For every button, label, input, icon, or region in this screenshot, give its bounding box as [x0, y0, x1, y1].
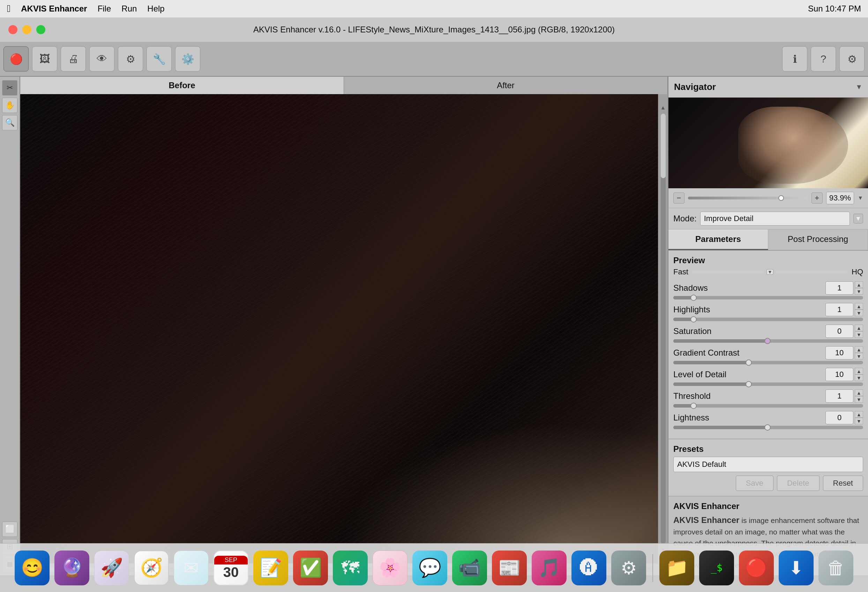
toolbar-view-btn[interactable]: 👁 — [89, 46, 114, 71]
threshold-down[interactable]: ▼ — [855, 396, 863, 403]
mode-dropdown-arrow[interactable]: ▼ — [853, 214, 863, 224]
vscroll-track[interactable] — [661, 113, 666, 544]
lightness-value[interactable]: 0 — [825, 411, 853, 424]
highlights-down[interactable]: ▼ — [855, 309, 863, 316]
lightness-thumb[interactable] — [765, 424, 771, 431]
shadows-thumb[interactable] — [691, 295, 697, 301]
vscroll-thumb[interactable] — [661, 113, 666, 178]
level-of-detail-value[interactable]: 10 — [825, 368, 853, 381]
toolbar-info-btn[interactable]: ℹ — [782, 46, 807, 71]
delete-preset-button[interactable]: Delete — [777, 476, 819, 491]
dock-terminal[interactable]: _$ — [699, 551, 734, 585]
presets-select[interactable]: AKVIS Default — [673, 457, 863, 472]
lightness-slider[interactable] — [673, 426, 863, 429]
gradient-contrast-value[interactable]: 10 — [825, 346, 853, 359]
toolbar-print-btn[interactable]: 🖨 — [61, 46, 86, 71]
dock-maps[interactable]: 🗺 — [333, 551, 368, 585]
dock-mail[interactable]: ✉ — [174, 551, 209, 585]
gradient-contrast-up[interactable]: ▲ — [855, 346, 863, 353]
saturation-slider[interactable] — [673, 339, 863, 343]
dock-akvis[interactable]: 🔴 — [739, 551, 774, 585]
zoom-select[interactable]: 93.9% — [826, 192, 854, 204]
toolbar-enhancer-icon[interactable]: 🔴 — [3, 46, 29, 71]
gradient-contrast-slider[interactable] — [673, 361, 863, 364]
dock-sysprefs[interactable]: ⚙ — [611, 551, 646, 585]
zoom-plus-button[interactable]: + — [812, 193, 823, 203]
save-preset-button[interactable]: Save — [736, 476, 774, 491]
dock-calendar[interactable]: SEP30 — [214, 551, 248, 585]
lightness-down[interactable]: ▼ — [855, 418, 863, 424]
saturation-value[interactable]: 0 — [825, 325, 853, 338]
run-menu[interactable]: Run — [121, 4, 137, 13]
dock-finder[interactable]: 😊 — [15, 551, 50, 585]
dock-messages[interactable]: 💬 — [412, 551, 447, 585]
zoom-tool[interactable]: 🔍 — [2, 115, 18, 130]
dock-reminders[interactable]: ✅ — [293, 551, 328, 585]
saturation-down[interactable]: ▼ — [855, 331, 863, 338]
threshold-slider[interactable] — [673, 404, 863, 408]
zoom-slider-thumb[interactable] — [778, 195, 784, 201]
toolbar-help-btn[interactable]: ? — [811, 46, 836, 71]
dock-downloads[interactable]: ⬇ — [779, 551, 813, 585]
dock-music[interactable]: 🎵 — [532, 551, 567, 585]
gradient-contrast-thumb[interactable] — [745, 359, 752, 366]
threshold-thumb[interactable] — [691, 403, 697, 409]
dock-notes[interactable]: 📝 — [253, 551, 288, 585]
zoom-dropdown-arrow[interactable]: ▼ — [858, 195, 863, 201]
scroll-up-arrow[interactable]: ▲ — [660, 105, 666, 111]
highlights-up[interactable]: ▲ — [855, 303, 863, 309]
saturation-thumb[interactable] — [765, 338, 771, 344]
shadows-slider[interactable] — [673, 296, 863, 299]
file-menu[interactable]: File — [98, 4, 111, 13]
toolbar-prefs-btn[interactable]: ⚙ — [839, 46, 865, 71]
dock-folder[interactable]: 📁 — [659, 551, 694, 585]
toolbar-open-btn[interactable]: 🖼 — [32, 46, 57, 71]
tab-post-processing[interactable]: Post Processing — [768, 230, 868, 250]
highlights-slider[interactable] — [673, 318, 863, 321]
apple-menu[interactable]:  — [7, 3, 10, 14]
crop-tool[interactable]: ✂ — [2, 80, 18, 96]
saturation-up[interactable]: ▲ — [855, 325, 863, 331]
level-of-detail-up[interactable]: ▲ — [855, 368, 863, 374]
minimize-button[interactable] — [22, 25, 31, 34]
level-of-detail-slider[interactable] — [673, 383, 863, 386]
help-menu[interactable]: Help — [147, 4, 164, 13]
tab-parameters[interactable]: Parameters — [669, 230, 768, 250]
highlights-value[interactable]: 1 — [825, 303, 853, 316]
maximize-button[interactable] — [36, 25, 45, 34]
highlights-fill — [673, 318, 692, 321]
gradient-contrast-down[interactable]: ▼ — [855, 353, 863, 359]
mode-select[interactable]: Improve Detail — [700, 212, 850, 225]
bottom-tool-1[interactable]: ⬜ — [2, 521, 18, 537]
dock-photos[interactable]: 🌸 — [373, 551, 407, 585]
close-button[interactable] — [8, 25, 18, 34]
shadows-down[interactable]: ▼ — [855, 288, 863, 295]
toolbar-settings2-btn[interactable]: 🔧 — [146, 46, 172, 71]
toolbar-settings1-btn[interactable]: ⚙ — [118, 46, 143, 71]
level-of-detail-thumb[interactable] — [745, 381, 752, 387]
dock-appstore[interactable]: 🅐 — [571, 551, 606, 585]
param-tabs: Parameters Post Processing — [669, 230, 868, 251]
dock-safari[interactable]: 🧭 — [134, 551, 169, 585]
reset-preset-button[interactable]: Reset — [823, 476, 863, 491]
navigator-collapse-icon[interactable]: ▼ — [855, 83, 862, 91]
highlights-thumb[interactable] — [691, 316, 697, 323]
after-tab[interactable]: After — [344, 77, 668, 94]
level-of-detail-down[interactable]: ▼ — [855, 374, 863, 381]
threshold-up[interactable]: ▲ — [855, 389, 863, 396]
toolbar-gear-btn[interactable]: ⚙️ — [175, 46, 200, 71]
dock-launchpad[interactable]: 🚀 — [94, 551, 129, 585]
vertical-scrollbar[interactable]: ▲ ▼ — [658, 94, 668, 563]
shadows-value[interactable]: 1 — [825, 281, 853, 295]
dock-facetime[interactable]: 📹 — [452, 551, 487, 585]
hand-tool[interactable]: ✋ — [2, 98, 18, 113]
shadows-up[interactable]: ▲ — [855, 281, 863, 288]
zoom-slider[interactable] — [688, 197, 808, 199]
zoom-minus-button[interactable]: − — [673, 193, 685, 203]
dock-siri[interactable]: 🔮 — [55, 551, 89, 585]
threshold-value[interactable]: 1 — [825, 389, 853, 403]
dock-trash[interactable]: 🗑 — [818, 551, 853, 585]
lightness-up[interactable]: ▲ — [855, 411, 863, 418]
before-tab[interactable]: Before — [20, 77, 344, 94]
dock-news[interactable]: 📰 — [492, 551, 527, 585]
